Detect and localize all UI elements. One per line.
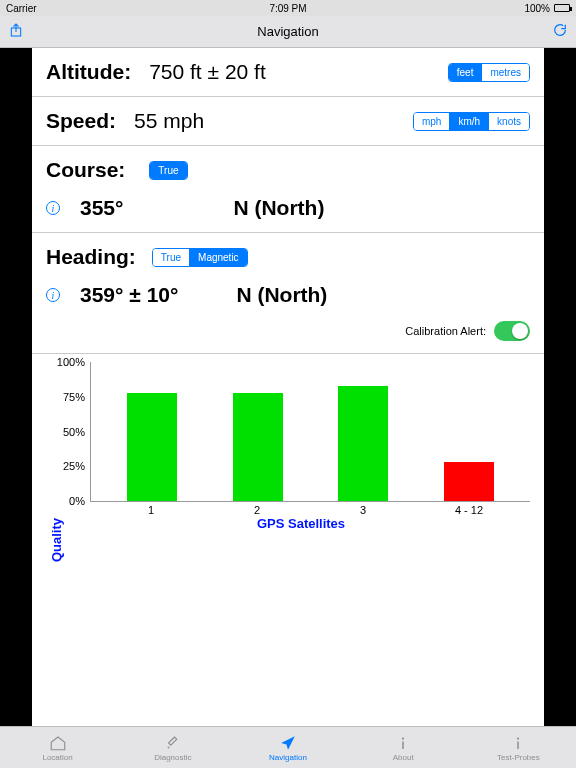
segment-option[interactable]: km/h	[449, 113, 488, 130]
chart-bar	[127, 393, 177, 501]
tab-test-probes[interactable]: Test-Probes	[461, 727, 576, 768]
chart-bar	[233, 393, 283, 501]
heading-direction: N (North)	[236, 283, 327, 307]
page-title: Navigation	[0, 24, 576, 39]
segment-option[interactable]: Magnetic	[189, 249, 247, 266]
svg-point-1	[402, 737, 404, 739]
ytick: 0%	[53, 495, 89, 507]
heading-label: Heading:	[46, 245, 136, 269]
info-icon[interactable]: i	[46, 201, 60, 215]
segment-option[interactable]: True	[153, 249, 189, 266]
tab-navigation[interactable]: Navigation	[230, 727, 345, 768]
tab-label: About	[393, 753, 414, 762]
speed-unit-segmented[interactable]: mphkm/hknots	[413, 112, 530, 131]
tab-label: Navigation	[269, 753, 307, 762]
chart-plot: 0%25%50%75%100%	[90, 362, 530, 502]
main-content: Altitude: 750 ft ± 20 ft feetmetres Spee…	[32, 48, 544, 726]
course-direction: N (North)	[233, 196, 324, 220]
xtick: 3	[338, 504, 388, 516]
segment-option[interactable]: mph	[414, 113, 449, 130]
tab-about[interactable]: About	[346, 727, 461, 768]
tab-diagnostic[interactable]: Diagnostic	[115, 727, 230, 768]
heading-degrees: 359° ± 10°	[80, 283, 178, 307]
speed-label: Speed:	[46, 109, 116, 133]
speed-value: 55 mph	[134, 109, 204, 133]
xtick: 2	[232, 504, 282, 516]
tab-label: Test-Probes	[497, 753, 540, 762]
tab-location[interactable]: Location	[0, 727, 115, 768]
tab-icon	[394, 734, 412, 752]
satellite-chart: Quality 0%25%50%75%100% 1234 - 12 GPS Sa…	[32, 354, 544, 726]
svg-rect-2	[402, 741, 404, 749]
tab-label: Diagnostic	[154, 753, 191, 762]
tab-icon	[279, 734, 297, 752]
segment-option[interactable]: True	[150, 162, 186, 179]
course-mode-segmented[interactable]: True	[149, 161, 187, 180]
speed-row: Speed: 55 mph mphkm/hknots	[32, 97, 544, 146]
svg-rect-4	[518, 741, 520, 749]
ytick: 50%	[53, 426, 89, 438]
tab-label: Location	[42, 753, 72, 762]
course-degrees: 355°	[80, 196, 123, 220]
tab-icon	[164, 734, 182, 752]
segment-option[interactable]: knots	[488, 113, 529, 130]
chart-bar	[338, 386, 388, 501]
xtick: 4 - 12	[444, 504, 494, 516]
course-label: Course:	[46, 158, 125, 182]
battery-icon	[554, 4, 570, 12]
svg-point-3	[517, 737, 519, 739]
course-row: Course: True i 355° N (North)	[32, 146, 544, 233]
segment-option[interactable]: metres	[481, 64, 529, 81]
ytick: 25%	[53, 460, 89, 472]
altitude-value: 750 ft ± 20 ft	[149, 60, 266, 84]
navigation-bar: Navigation	[0, 16, 576, 48]
ytick: 75%	[53, 391, 89, 403]
altitude-row: Altitude: 750 ft ± 20 ft feetmetres	[32, 48, 544, 97]
clock: 7:09 PM	[0, 3, 576, 14]
ytick: 100%	[53, 356, 89, 368]
chart-xlabel: GPS Satellites	[72, 516, 530, 531]
segment-option[interactable]: feet	[449, 64, 482, 81]
calibration-label: Calibration Alert:	[405, 325, 486, 337]
tab-bar: LocationDiagnosticNavigationAboutTest-Pr…	[0, 726, 576, 768]
tab-icon	[49, 734, 67, 752]
chart-bar	[444, 462, 494, 501]
xtick: 1	[126, 504, 176, 516]
heading-mode-segmented[interactable]: TrueMagnetic	[152, 248, 248, 267]
altitude-unit-segmented[interactable]: feetmetres	[448, 63, 530, 82]
tab-icon	[509, 734, 527, 752]
info-icon[interactable]: i	[46, 288, 60, 302]
altitude-label: Altitude:	[46, 60, 131, 84]
calibration-switch[interactable]	[494, 321, 530, 341]
heading-row: Heading: TrueMagnetic i 359° ± 10° N (No…	[32, 233, 544, 354]
status-bar: Carrier 7:09 PM 100%	[0, 0, 576, 16]
chart-ylabel: Quality	[49, 518, 64, 562]
